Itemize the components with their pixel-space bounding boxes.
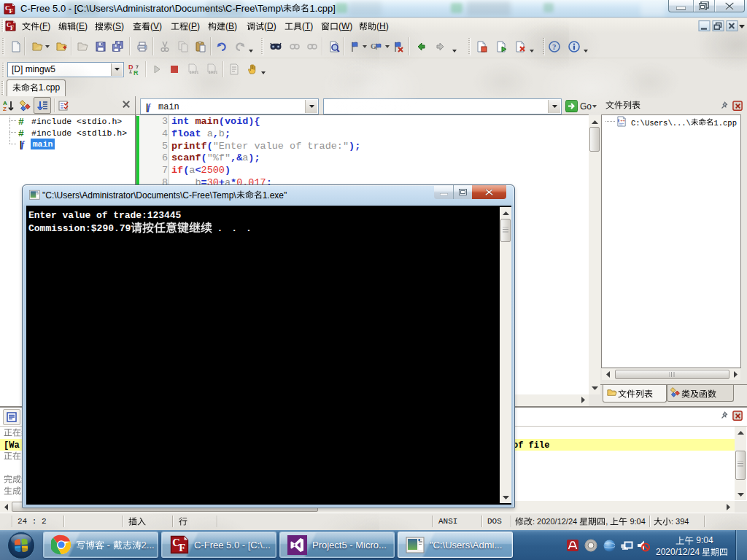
svg-text:++: ++ [620,118,625,123]
svg-text:F: F [9,7,14,15]
svg-text:?: ? [552,42,557,51]
svg-text:F: F [10,24,14,31]
svg-text:G: G [371,42,376,50]
svg-text:f: f [147,102,151,112]
svg-text:10101: 10101 [209,70,218,75]
svg-text:f: f [21,139,25,149]
svg-text:R: R [133,69,139,75]
svg-text:#: # [18,117,24,127]
svg-text:F: F [179,542,185,553]
svg-text:#: # [18,128,24,139]
svg-text:Z: Z [3,106,7,112]
svg-text:D: D [128,63,133,71]
svg-text:10101: 10101 [190,70,199,75]
